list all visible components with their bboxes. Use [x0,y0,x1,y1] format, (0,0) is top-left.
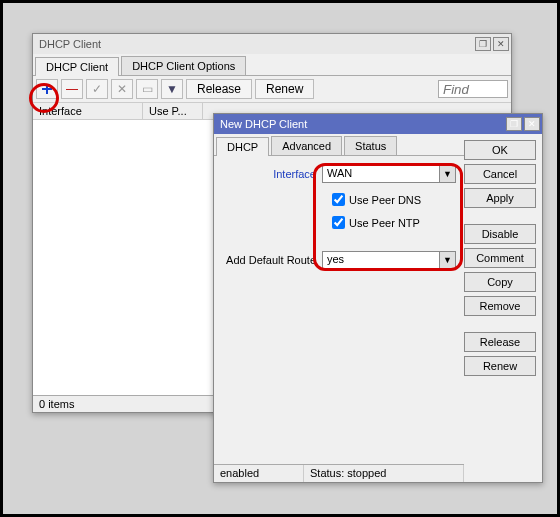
disable-button[interactable]: Disable [464,224,536,244]
dialog-titlebar: New DHCP Client ❐ ✕ [214,114,542,134]
comment-button[interactable]: ▭ [136,79,158,99]
add-button[interactable] [36,79,58,99]
add-default-route-value: yes [323,252,439,268]
interface-value: WAN [323,166,439,182]
use-peer-dns-checkbox[interactable] [332,193,345,206]
main-tabs: DHCP Client DHCP Client Options [33,54,511,76]
dialog-tabs: DHCP Advanced Status [214,134,464,156]
cancel-button[interactable]: Cancel [464,164,536,184]
main-window-title: DHCP Client [35,38,475,50]
enable-button[interactable]: ✓ [86,79,108,99]
dialog-title: New DHCP Client [216,118,506,130]
filter-icon[interactable]: ▼ [161,79,183,99]
tab-dhcp-client-options[interactable]: DHCP Client Options [121,56,246,75]
dialog-content: Interface WAN ▼ Use Peer DNS Use Peer NT… [214,156,464,464]
restore-icon[interactable]: ❐ [506,117,522,131]
disable-button[interactable]: ✕ [111,79,133,99]
tab-dhcp[interactable]: DHCP [216,137,269,156]
ok-button[interactable]: OK [464,140,536,160]
main-titlebar: DHCP Client ❐ ✕ [33,34,511,54]
dialog-button-column: OK Cancel Apply Disable Comment Copy Rem… [464,134,542,482]
comment-button[interactable]: Comment [464,248,536,268]
copy-button[interactable]: Copy [464,272,536,292]
renew-button[interactable]: Renew [464,356,536,376]
interface-label: Interface [222,168,322,180]
main-toolbar: — ✓ ✕ ▭ ▼ Release Renew [33,76,511,103]
new-dhcp-client-dialog: New DHCP Client ❐ ✕ DHCP Advanced Status… [213,113,543,483]
restore-icon[interactable]: ❐ [475,37,491,51]
close-icon[interactable]: ✕ [524,117,540,131]
renew-button[interactable]: Renew [255,79,314,99]
remove-button[interactable]: — [61,79,83,99]
release-button[interactable]: Release [186,79,252,99]
col-use-p[interactable]: Use P... [143,103,203,119]
status-running: Status: stopped [304,465,464,482]
chevron-down-icon[interactable]: ▼ [439,252,455,268]
tab-advanced[interactable]: Advanced [271,136,342,155]
col-interface[interactable]: Interface [33,103,143,119]
add-default-route-combo[interactable]: yes ▼ [322,251,456,269]
remove-button[interactable]: Remove [464,296,536,316]
apply-button[interactable]: Apply [464,188,536,208]
use-peer-ntp-checkbox[interactable] [332,216,345,229]
tab-status[interactable]: Status [344,136,397,155]
chevron-down-icon[interactable]: ▼ [439,166,455,182]
release-button[interactable]: Release [464,332,536,352]
status-enabled: enabled [214,465,304,482]
dialog-statusbar: enabled Status: stopped [214,464,464,482]
close-icon[interactable]: ✕ [493,37,509,51]
find-input[interactable] [438,80,508,98]
tab-dhcp-client[interactable]: DHCP Client [35,57,119,76]
add-default-route-label: Add Default Route [222,254,322,266]
interface-combo[interactable]: WAN ▼ [322,165,456,183]
use-peer-dns-label: Use Peer DNS [349,194,421,206]
use-peer-ntp-label: Use Peer NTP [349,217,420,229]
